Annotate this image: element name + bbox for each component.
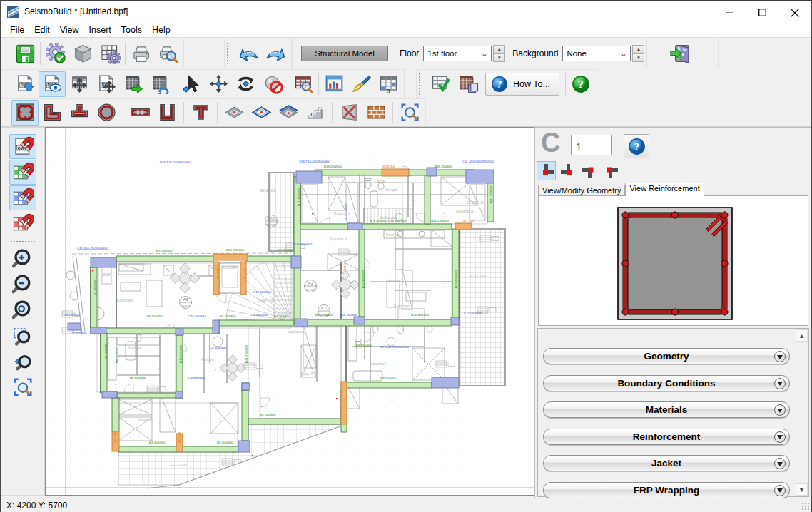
wall-button[interactable]: [126, 100, 153, 126]
dwg-import-button[interactable]: DWG: [11, 71, 39, 97]
grid-check-button[interactable]: [427, 71, 454, 97]
print-preview-button[interactable]: [154, 41, 181, 66]
dropdown-arrow-icon[interactable]: [774, 404, 786, 416]
section-number-input[interactable]: [571, 135, 612, 155]
exit-button[interactable]: [666, 41, 694, 66]
dropdown-arrow-icon[interactable]: [774, 378, 786, 389]
spin-down-icon[interactable]: ▼: [632, 53, 644, 62]
how-to-button[interactable]: ?How To...: [485, 73, 559, 96]
menu-view[interactable]: View: [55, 24, 84, 36]
col-square-button[interactable]: [11, 100, 39, 126]
section-help-button[interactable]: ?: [624, 134, 649, 158]
slab-flat-button[interactable]: [220, 100, 248, 126]
grid-settings-button[interactable]: [96, 41, 123, 66]
col-T-icon: [69, 102, 90, 123]
col-L-button[interactable]: [39, 100, 66, 126]
floor-select[interactable]: 1st floor⌄: [423, 46, 492, 61]
corner-tl-button[interactable]: [601, 161, 620, 180]
dwg-move-button[interactable]: DWG: [93, 71, 120, 97]
spin-up-icon[interactable]: ▲: [493, 45, 505, 53]
building-copy-button[interactable]: [454, 71, 481, 97]
move-tool-button[interactable]: [205, 71, 232, 97]
redo-button[interactable]: [262, 41, 289, 66]
accordion-reinforcement[interactable]: Reinforcement: [543, 429, 790, 445]
drawing-canvas[interactable]: A3ΦΕΡΩΝA.1ΦΕΡΩΝK/XΦΕΡΩΝA3ΦΕΡΩΝΑΣΑΝΣΕΡB18…: [45, 127, 534, 496]
stairs-button[interactable]: [302, 100, 329, 126]
resize-grip[interactable]: [801, 502, 810, 511]
tab-view-modify-geometry[interactable]: View/Modify Geometry: [538, 185, 625, 195]
cube-button[interactable]: [69, 41, 96, 66]
help-blue-icon: ?: [490, 75, 509, 93]
minimize-button[interactable]: [713, 2, 746, 23]
accordion-frp-wrapping[interactable]: FRP Wrapping: [543, 482, 790, 498]
dropdown-arrow-icon[interactable]: [774, 485, 786, 496]
building-export-button[interactable]: [120, 71, 147, 97]
col-circle-button[interactable]: [93, 100, 120, 126]
accordion-boundary-conditions[interactable]: Boundary Conditions: [543, 375, 790, 391]
zoom-frame-button[interactable]: [396, 100, 423, 126]
menu-file[interactable]: File: [5, 24, 29, 36]
structural-model-button[interactable]: Structural Model: [301, 46, 388, 61]
settings-check-button[interactable]: [42, 41, 69, 66]
combo-arrow-icon[interactable]: ⌄: [617, 47, 629, 60]
accordion-jacket[interactable]: Jacket: [543, 455, 790, 471]
grid-magnet-red-button[interactable]: [9, 211, 36, 236]
zoom-select-button[interactable]: [9, 374, 36, 399]
zoom-in-button[interactable]: [9, 246, 36, 271]
dropdown-arrow-icon[interactable]: [774, 351, 786, 362]
zoom-out-button[interactable]: [9, 272, 36, 297]
menu-insert[interactable]: Insert: [84, 24, 116, 36]
grid-move-button[interactable]: [66, 71, 93, 97]
menu-edit[interactable]: Edit: [29, 24, 55, 36]
svg-text:B8 250/600: B8 250/600: [115, 347, 118, 363]
cursor-button[interactable]: [178, 71, 205, 97]
rotate-tool-button[interactable]: [232, 71, 259, 97]
building-rotate-button[interactable]: [147, 71, 174, 97]
corner-br-button[interactable]: [558, 161, 577, 180]
scroll-up-arrow[interactable]: ▲: [796, 329, 808, 342]
floor-spinner[interactable]: ▲▼: [493, 45, 505, 62]
combo-arrow-icon[interactable]: ⌄: [478, 47, 490, 60]
close-button[interactable]: [778, 2, 811, 23]
dropdown-arrow-icon[interactable]: [774, 458, 786, 469]
undo-button[interactable]: [235, 41, 262, 66]
stats-window-button[interactable]: [320, 71, 347, 97]
zoom-dynamic-button[interactable]: [9, 349, 36, 374]
floor-plan-svg[interactable]: A3ΦΕΡΩΝA.1ΦΕΡΩΝK/XΦΕΡΩΝA3ΦΕΡΩΝΑΣΑΝΣΕΡB18…: [46, 128, 534, 495]
corner-bl-button[interactable]: [537, 161, 556, 180]
brush-button[interactable]: [347, 71, 375, 97]
help-button[interactable]: ?: [567, 71, 594, 97]
slab-blue-button[interactable]: [248, 100, 275, 126]
maximize-button[interactable]: [746, 2, 778, 23]
col-T-button[interactable]: [66, 100, 93, 126]
background-spinner[interactable]: ▲▼: [632, 45, 644, 62]
slab-stack-button[interactable]: [275, 100, 302, 126]
t-beam-button[interactable]: [187, 100, 214, 126]
accordion-geometry[interactable]: Geometry: [543, 348, 790, 364]
wall-U-button[interactable]: [153, 100, 181, 126]
dwg-view-button[interactable]: DWG: [39, 71, 66, 97]
table-find-button[interactable]: [290, 71, 317, 97]
forbid-button[interactable]: [259, 71, 286, 97]
grid-magnet-blue-button[interactable]: [9, 185, 36, 210]
grid-magnet-green-button[interactable]: [9, 160, 36, 185]
spin-down-icon[interactable]: ▼: [493, 53, 505, 62]
spin-up-icon[interactable]: ▲: [632, 45, 644, 53]
zoom-window-button[interactable]: [9, 323, 36, 348]
menu-tools[interactable]: Tools: [116, 24, 147, 36]
background-select[interactable]: None⌄: [562, 46, 631, 61]
accordion-scrollbar[interactable]: ▲ ▼: [796, 329, 808, 496]
brick-button[interactable]: [362, 100, 390, 126]
dwg-magnet-button[interactable]: DWG: [9, 134, 36, 159]
accordion-materials[interactable]: Materials: [543, 401, 790, 418]
dropdown-arrow-icon[interactable]: [774, 431, 786, 443]
save-button[interactable]: [11, 41, 39, 66]
print-button[interactable]: [127, 41, 154, 66]
brace-button[interactable]: [335, 100, 362, 126]
tab-view-reinforcement[interactable]: View Reinforcement: [625, 183, 704, 196]
scroll-down-arrow[interactable]: ▼: [796, 483, 808, 496]
corner-tr-button[interactable]: [579, 161, 599, 180]
table-blue-button[interactable]: 3: [375, 71, 402, 97]
zoom-extents-button[interactable]: [9, 297, 36, 322]
menu-help[interactable]: Help: [147, 24, 176, 36]
